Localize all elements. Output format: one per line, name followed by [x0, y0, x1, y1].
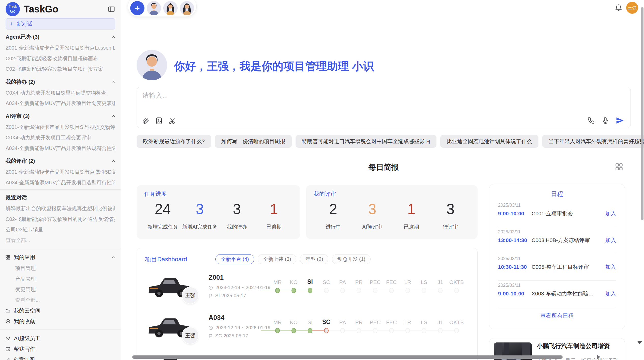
milestone-dot [422, 328, 426, 333]
avatar[interactable] [180, 1, 194, 15]
milestone-dot [324, 288, 329, 293]
send-icon[interactable] [616, 116, 624, 125]
app-title: TaskGo [24, 4, 108, 15]
plus-icon: + [10, 21, 13, 27]
project-row[interactable]: 王强 Z001 2023-12-19 ~ 2027-01-19 SI-2025-… [137, 271, 478, 311]
list-item[interactable]: Z001-全新燃油轻卡产品开发项目SI节点属性5D文件评审 [6, 167, 115, 177]
attachment-icon[interactable] [142, 117, 150, 125]
project-flag-milestone: SC-2025-05-17 [209, 333, 248, 339]
list-item[interactable]: C0X4-动力总成开发项目SI里程碑提交物检查 [6, 88, 115, 98]
microphone-icon[interactable] [602, 117, 609, 124]
user-avatar[interactable]: 王强 [626, 2, 638, 14]
user-name: 王强 [628, 5, 637, 11]
chat-input[interactable] [142, 91, 621, 112]
add-session-button[interactable]: + [130, 1, 144, 15]
layout-grid-icon[interactable] [616, 163, 623, 170]
horizontal-scrollbar-thumb[interactable] [132, 355, 563, 359]
list-item[interactable]: Z001-全新燃油轻卡产品开发项目SI造型提交物评审 [6, 122, 115, 133]
person-avatar-icon [180, 1, 194, 15]
sidebar-item-ai-super-staff[interactable]: AI超级员工 [6, 333, 115, 344]
notification-bell-button[interactable] [615, 4, 622, 11]
list-item[interactable]: A034-全新新能源MUV产品开发项目计划变更表编写 [6, 98, 115, 109]
scroll-down-arrow[interactable] [637, 341, 642, 344]
vertical-scrollbar-thumb[interactable] [641, 7, 643, 220]
section-header-my-apps[interactable]: 我的应用 [6, 251, 115, 263]
logo-text-top: Task [9, 5, 17, 9]
panel-collapse-icon [108, 6, 115, 12]
tab-model-year[interactable]: 年型 (2) [300, 254, 328, 264]
section-header-agent-done[interactable]: Agent已办 (3) [6, 31, 115, 43]
list-item[interactable]: Z001-全新燃油皮卡产品开发项目SI节点Lesson Learn报告 [6, 43, 115, 53]
milestone-dot [340, 328, 345, 333]
sidebar-item-favorites[interactable]: 我的收藏 [6, 316, 115, 327]
tab-powertrain[interactable]: 动总开发 (1) [332, 254, 371, 264]
suggestion-chip[interactable]: 如何写一份清晰的项目周报 [215, 135, 292, 148]
list-item[interactable]: C02-飞腾新能源轻客改款项目立项汇报方案 [6, 64, 115, 74]
join-link[interactable]: 加入 [605, 290, 616, 297]
stat-my-todo: 3 我的待办 [218, 202, 256, 230]
owner-badge: 王强 [182, 287, 199, 304]
project-row[interactable]: 王强 A034 2023-12-19 ~ 2026-01-19 SC-2025-… [137, 311, 478, 351]
tab-new-platform[interactable]: 全新平台 (4) [215, 254, 254, 264]
suggestion-chip[interactable]: 比亚迪全固态电池计划具体说了什么 [440, 135, 538, 148]
tab-new-body[interactable]: 全新上装 (3) [258, 254, 296, 264]
milestone-track: MR KO SI SC PA PR PEC FEC LR LS J1 OKTB [269, 318, 465, 333]
app-link-change-mgmt[interactable]: 变更管理 [6, 284, 115, 295]
new-chat-button[interactable]: + 新对话 [6, 18, 115, 29]
section-header-ai-review[interactable]: AI评审 (3) [6, 110, 115, 122]
sidebar-item-help-me-write[interactable]: 帮我写作 [6, 344, 115, 354]
list-item[interactable]: C0X4-动力总成开发项目工程变更评审 [6, 132, 115, 143]
list-item[interactable]: A034-全新新能源MUV产品开发项目造型可行性评审 [6, 177, 115, 188]
sidebar-item-creative-drawing[interactable]: 创意制图 [6, 354, 115, 360]
section-header-my-todo[interactable]: 我的待办 (2) [6, 76, 115, 88]
sidebar-item-cloud-space[interactable]: 我的云空间 [6, 305, 115, 316]
chevron-up-icon [112, 160, 115, 162]
stat-overdue: 1 已逾期 [255, 202, 292, 230]
section-header-recent-chats: 最近对话 [6, 192, 115, 203]
view-all-schedule-link[interactable]: 查看所有日程 [498, 312, 616, 320]
stat-ai-pre-review: 3 AI预评审 [353, 202, 392, 230]
image-upload-icon[interactable] [155, 117, 163, 125]
card-title: 任务进度 [144, 190, 292, 198]
stat-pending-review: 3 待评审 [431, 202, 470, 230]
view-all-apps-link[interactable]: 查看全部... [6, 295, 115, 306]
suggestion-chip[interactable]: 当下年轻人对汽车外观有怎样的喜好趋势 [542, 135, 644, 148]
recent-chat-item[interactable]: 公司Q3轻卡销量 [6, 224, 115, 235]
project-code: Z001 [209, 274, 224, 281]
avatar[interactable] [163, 1, 178, 15]
join-link[interactable]: 加入 [605, 210, 616, 217]
milestone-dot-done [291, 288, 296, 293]
view-all-chats-link[interactable]: 查看全部... [6, 235, 115, 246]
join-link[interactable]: 加入 [605, 237, 616, 244]
list-item[interactable]: A034-全新新能源MUV产品开发项目法规符合性评审 [6, 143, 115, 154]
screenshot-scissors-icon[interactable] [168, 117, 176, 125]
join-link[interactable]: 加入 [605, 263, 616, 271]
recent-chat-item[interactable]: C02-飞腾新能源轻客改款项目的闭环通告反馈情况 [6, 214, 115, 225]
scroll-right-arrow[interactable] [597, 355, 600, 359]
folder-icon [6, 309, 10, 313]
recent-chat-item[interactable]: 解释最新出台的欧盟报废车法规再生塑料比例被调至15%... [6, 203, 115, 214]
phone-call-icon[interactable] [587, 117, 595, 124]
app-logo: Task Go [6, 2, 20, 16]
milestone-dot-overdue [324, 328, 329, 333]
news-title: 小鹏飞行汽车制造公司增资 [537, 342, 621, 350]
section-header-my-review[interactable]: 我的评审 (2) [6, 155, 115, 167]
suggestion-chip[interactable]: 特朗普可能对进口汽车增税会对中国车企造成哪些影响 [296, 135, 436, 148]
divider [0, 329, 121, 329]
milestone-dot [357, 328, 361, 333]
sidebar-collapse-button[interactable] [108, 5, 115, 13]
owner-badge: 王强 [182, 327, 199, 344]
suggestion-chip[interactable]: 欧洲新规最近颁布了什么? [137, 135, 211, 148]
stat-in-progress: 2 进行中 [314, 202, 353, 230]
list-item[interactable]: C02-飞腾新能源轻客改款项目里程碑画布 [6, 53, 115, 64]
clock-icon [209, 286, 213, 290]
dashboard-tabs: 全新平台 (4) 全新上装 (3) 年型 (2) 动总开发 (1) [215, 254, 371, 264]
milestone-dot-done [308, 328, 312, 333]
app-link-project-mgmt[interactable]: 项目管理 [6, 263, 115, 274]
app-link-product-mgmt[interactable]: 产品管理 [6, 274, 115, 284]
schedule-title: 日程 [498, 190, 616, 198]
schedule-event: 2025/03/11 9:00-10:00 X003-车辆动力学性能验... 加… [498, 281, 616, 302]
composer-left-tools [142, 117, 176, 125]
avatar[interactable] [147, 1, 161, 15]
milestone-track: MR KO SI SC PA PR PEC FEC LR LS J1 OKTB [269, 278, 465, 293]
